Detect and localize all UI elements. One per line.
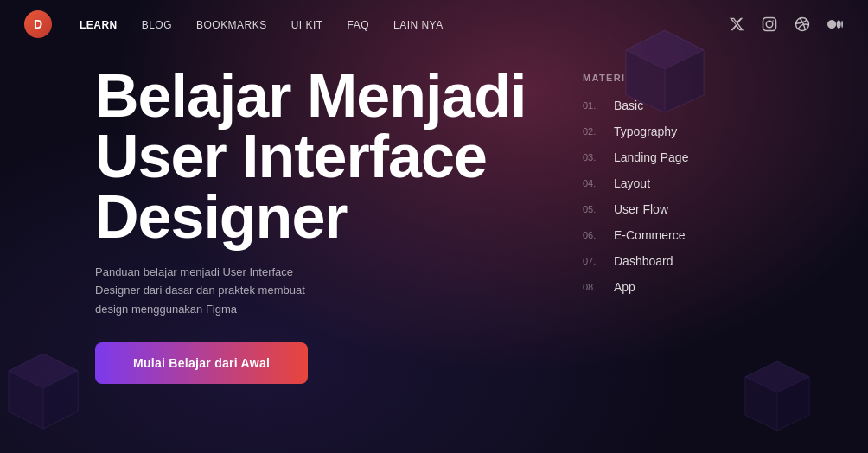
dribbble-icon[interactable]	[794, 16, 811, 33]
navbar: D LEARN BLOG BOOKMARKS UI KIT FAQ LAIN N…	[0, 0, 868, 48]
social-links	[728, 16, 844, 33]
nav-item-faq[interactable]: FAQ	[348, 16, 369, 32]
svg-point-13	[766, 21, 773, 28]
nav-links: LEARN BLOG BOOKMARKS UI KIT FAQ LAIN NYA	[80, 16, 444, 32]
item-number: 03.	[583, 152, 602, 163]
medium-icon[interactable]	[827, 16, 844, 33]
cta-button[interactable]: Mulai Belajar dari Awal	[95, 342, 308, 384]
item-label: Landing Page	[614, 150, 688, 164]
materi-heading: MATERI	[583, 73, 773, 83]
item-number: 05.	[583, 204, 602, 214]
item-number: 06.	[583, 230, 602, 240]
list-item[interactable]: 07. Dashboard	[583, 254, 773, 268]
nav-item-uikit[interactable]: UI KIT	[291, 16, 323, 32]
logo[interactable]: D	[24, 10, 52, 38]
list-item[interactable]: 01. Basic	[583, 99, 773, 112]
nav-item-bookmarks[interactable]: BOOKMARKS	[196, 16, 267, 32]
item-number: 02.	[583, 126, 602, 137]
nav-item-learn[interactable]: LEARN	[80, 16, 118, 32]
item-number: 07.	[583, 256, 602, 266]
twitter-icon[interactable]	[728, 16, 745, 33]
item-number: 04.	[583, 178, 602, 188]
nav-item-lainnya[interactable]: LAIN NYA	[393, 16, 444, 32]
hero-section: Belajar Menjadi User Interface Designer …	[95, 66, 548, 384]
item-number: 01.	[583, 100, 602, 111]
item-label: User Flow	[614, 202, 668, 216]
list-item[interactable]: 04. Layout	[583, 176, 773, 190]
list-item[interactable]: 08. App	[583, 280, 773, 294]
list-item[interactable]: 02. Typography	[583, 124, 773, 138]
nav-item-blog[interactable]: BLOG	[142, 16, 172, 32]
materi-sidebar: MATERI 01. Basic 02. Typography 03. Land…	[583, 66, 773, 384]
materi-list: 01. Basic 02. Typography 03. Landing Pag…	[583, 99, 773, 294]
instagram-icon[interactable]	[761, 16, 778, 33]
item-label: E-Commerce	[614, 228, 685, 242]
main-content: Belajar Menjadi User Interface Designer …	[0, 48, 868, 401]
item-label: Typography	[614, 124, 677, 138]
list-item[interactable]: 06. E-Commerce	[583, 228, 773, 242]
item-label: Dashboard	[614, 254, 673, 268]
item-label: Basic	[614, 99, 643, 112]
hero-description: Panduan belajar menjadi User Interface D…	[95, 263, 337, 318]
hero-title: Belajar Menjadi User Interface Designer	[95, 66, 548, 247]
svg-point-14	[772, 20, 774, 22]
list-item[interactable]: 03. Landing Page	[583, 150, 773, 164]
svg-rect-12	[763, 18, 776, 31]
item-number: 08.	[583, 282, 602, 292]
list-item[interactable]: 05. User Flow	[583, 202, 773, 216]
item-label: Layout	[614, 176, 650, 190]
item-label: App	[614, 280, 635, 294]
